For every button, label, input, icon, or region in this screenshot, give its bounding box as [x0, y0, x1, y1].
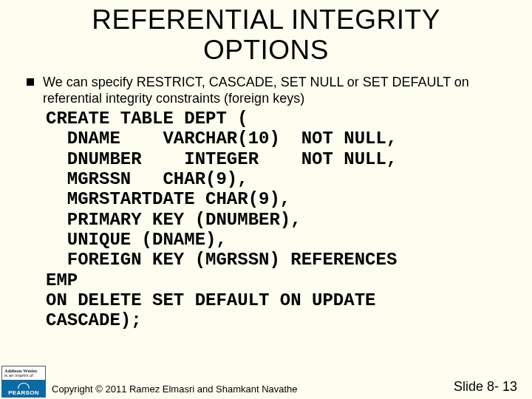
slide-title: REFERENTIAL INTEGRITY OPTIONS — [0, 0, 532, 66]
bullet-item: We can specify RESTRICT, CASCADE, SET NU… — [27, 75, 510, 107]
square-bullet-icon — [27, 78, 34, 86]
title-line-1: REFERENTIAL INTEGRITY — [92, 4, 440, 35]
title-line-2: OPTIONS — [203, 35, 329, 65]
addison-wesley-logo: Addison-Wesley is an imprint of — [1, 366, 46, 381]
pearson-text: PEARSON — [1, 389, 46, 396]
slide: REFERENTIAL INTEGRITY OPTIONS We can spe… — [0, 0, 532, 399]
aw-sub: is an imprint of — [4, 373, 43, 378]
copyright-text: Copyright © 2011 Ramez Elmasri and Shamk… — [52, 383, 298, 395]
bullet-text: We can specify RESTRICT, CASCADE, SET NU… — [43, 75, 510, 107]
sql-code-block: CREATE TABLE DEPT ( DNAME VARCHAR(10) NO… — [27, 107, 510, 331]
pearson-logo: PEARSON — [1, 381, 46, 398]
slide-number: Slide 8- 13 — [454, 379, 517, 395]
slide-content: We can specify RESTRICT, CASCADE, SET NU… — [0, 66, 532, 331]
footer: Copyright © 2011 Ramez Elmasri and Shamk… — [52, 379, 517, 395]
aw-brand: Addison-Wesley — [4, 368, 43, 373]
pearson-arc-icon — [18, 383, 30, 389]
publisher-logo: Addison-Wesley is an imprint of PEARSON — [1, 366, 46, 398]
